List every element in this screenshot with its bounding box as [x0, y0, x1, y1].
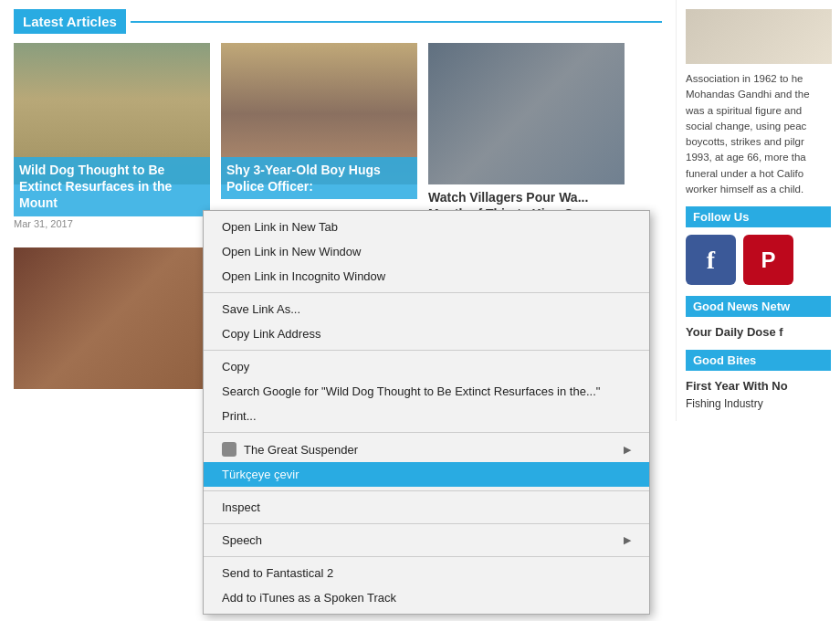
ctx-send-fantastical[interactable]: Send to Fantastical 2 — [204, 561, 649, 585]
ctx-separator-6 — [204, 556, 649, 557]
article-image-tiger — [14, 247, 210, 389]
daily-dose-title: Your Daily Dose f — [686, 324, 831, 341]
article-card-wild-dog[interactable]: Wild Dog Thought to Be Extinct Resurface… — [14, 43, 210, 237]
article-image-snake — [428, 43, 625, 184]
ctx-add-itunes[interactable]: Add to iTunes as a Spoken Track — [204, 585, 649, 610]
facebook-icon[interactable]: f — [686, 235, 736, 285]
ctx-speech[interactable]: Speech ▶ — [204, 528, 649, 553]
ctx-open-new-tab[interactable]: Open Link in New Tab — [204, 215, 649, 239]
ctx-inspect[interactable]: Inspect — [204, 495, 649, 520]
ctx-open-new-window[interactable]: Open Link in New Window — [204, 239, 649, 264]
ctx-print[interactable]: Print... — [204, 404, 649, 428]
ctx-separator-2 — [204, 350, 649, 351]
article-date-wild-dog: Mar 31, 2017 — [14, 218, 210, 229]
section-header: Latest Articles — [14, 9, 662, 34]
good-bites-header: Good Bites — [686, 350, 831, 371]
ctx-separator-4 — [204, 490, 649, 491]
speech-arrow-icon: ▶ — [624, 534, 631, 546]
section-header-line — [131, 21, 662, 23]
arrow-icon: ▶ — [624, 444, 631, 456]
good-news-header: Good News Netw — [686, 296, 831, 317]
ctx-search-google[interactable]: Search Google for "Wild Dog Thought to B… — [204, 379, 649, 404]
ctx-separator-5 — [204, 523, 649, 524]
great-suspender-icon — [222, 442, 236, 457]
article-card-tiger[interactable] — [14, 247, 210, 389]
social-icons: f P — [686, 235, 831, 285]
article-title-wild-dog: Wild Dog Thought to Be Extinct Resurface… — [14, 157, 210, 216]
article-card-police-boy[interactable]: Shy 3-Year-Old Boy Hugs Police Officer: — [221, 43, 417, 237]
ctx-open-incognito[interactable]: Open Link in Incognito Window — [204, 264, 649, 289]
ctx-separator-3 — [204, 432, 649, 433]
good-bites-article-subtitle: Fishing Industry — [686, 396, 831, 412]
good-bites-article-title: First Year With No — [686, 378, 831, 395]
sidebar-person-image — [686, 9, 832, 64]
ctx-copy[interactable]: Copy — [204, 354, 649, 379]
context-menu: Open Link in New Tab Open Link in New Wi… — [203, 210, 650, 615]
ctx-turkceye-cevir[interactable]: Türkçeye çevir — [204, 462, 649, 487]
ctx-save-link[interactable]: Save Link As... — [204, 297, 649, 321]
sidebar-bio-text: Association in 1962 to he Mohandas Gandh… — [686, 71, 831, 197]
ctx-separator-1 — [204, 292, 649, 293]
article-card-snake[interactable]: Watch Villagers Pour Wa... Mouth of Thir… — [428, 43, 625, 237]
article-title-police-boy: Shy 3-Year-Old Boy Hugs Police Officer: — [221, 157, 417, 199]
pinterest-icon[interactable]: P — [743, 235, 793, 285]
section-title: Latest Articles — [14, 9, 126, 34]
ctx-great-suspender[interactable]: The Great Suspender ▶ — [204, 437, 649, 462]
ctx-copy-link[interactable]: Copy Link Address — [204, 321, 649, 346]
follow-us-header: Follow Us — [686, 206, 831, 227]
sidebar: Association in 1962 to he Mohandas Gandh… — [676, 0, 840, 421]
